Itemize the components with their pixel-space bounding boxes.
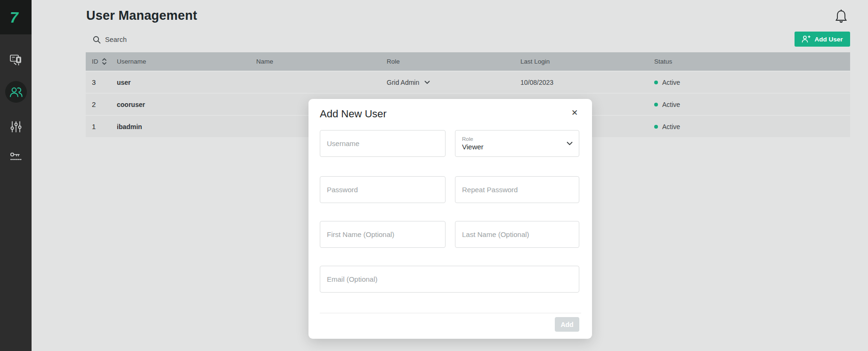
add-submit-button[interactable]: Add [555, 317, 579, 332]
cell-id: 2 [86, 100, 117, 108]
user-plus-icon [802, 35, 811, 43]
column-header-role: Role [387, 58, 520, 65]
brand-logo[interactable]: 7 [0, 0, 32, 34]
password-input[interactable] [320, 177, 445, 203]
add-user-button[interactable]: Add User [795, 32, 850, 47]
username-input[interactable] [320, 131, 445, 156]
column-header-status: Status [654, 58, 850, 65]
add-new-user-modal: Add New User ✕ Role Viewer Add [308, 99, 592, 339]
sidebar-item-settings[interactable] [0, 116, 32, 138]
status-label: Active [662, 101, 680, 108]
page-title: User Management [86, 8, 197, 23]
table-row[interactable]: 3 user Grid Admin 10/08/2023 Active [86, 72, 850, 93]
first-name-field [320, 221, 446, 248]
sort-id-button[interactable] [102, 58, 107, 65]
sliders-icon [10, 121, 22, 133]
sidebar-item-users[interactable] [0, 81, 32, 103]
svg-text:7: 7 [10, 9, 19, 26]
devices-icon [9, 54, 23, 66]
cell-id: 1 [86, 122, 117, 131]
brand-7-icon: 7 [7, 8, 25, 27]
chevron-down-icon [567, 141, 573, 146]
users-icon [9, 86, 23, 98]
last-name-input[interactable] [455, 221, 579, 247]
first-name-input[interactable] [320, 221, 445, 247]
role-value: Grid Admin [387, 79, 419, 86]
username-field [320, 130, 446, 157]
cell-username: cooruser [117, 101, 256, 108]
sidebar: 7 [0, 0, 32, 351]
last-name-field [455, 221, 579, 248]
add-user-button-label: Add User [814, 36, 843, 43]
cell-username: ibadmin [117, 123, 256, 131]
email-field [320, 266, 579, 293]
search-icon [93, 36, 101, 44]
role-dropdown[interactable]: Grid Admin [387, 79, 430, 86]
table-header-row: ID Username Name Role Last Login Status [86, 52, 850, 71]
status-label: Active [662, 79, 680, 86]
role-field-label: Role [462, 136, 572, 142]
column-header-username: Username [117, 58, 256, 65]
status-badge: Active [654, 101, 850, 108]
search-input[interactable] [105, 36, 275, 43]
status-badge: Active [654, 79, 850, 86]
status-dot-icon [654, 125, 658, 129]
role-select-field[interactable]: Role Viewer [455, 130, 579, 157]
close-icon[interactable]: ✕ [568, 106, 581, 119]
cell-username: user [117, 79, 256, 86]
sort-arrows-icon [102, 58, 107, 65]
chevron-down-icon [424, 81, 430, 84]
modal-title: Add New User [320, 108, 387, 120]
user-management-page: 7 [0, 0, 868, 351]
cell-last-login: 10/08/2023 [520, 79, 654, 86]
status-dot-icon [654, 103, 658, 106]
role-selected-value: Viewer [462, 143, 572, 151]
key-icon [10, 151, 22, 163]
repeat-password-input[interactable] [455, 177, 579, 203]
password-field [320, 176, 446, 203]
cell-id: 3 [86, 78, 117, 86]
email-input[interactable] [320, 266, 579, 292]
sidebar-item-devices[interactable] [0, 49, 32, 71]
repeat-password-field [455, 176, 579, 203]
modal-footer-divider [320, 313, 581, 313]
column-header-id: ID [86, 58, 117, 65]
notifications-bell-icon[interactable] [834, 9, 849, 25]
bell-icon [834, 9, 848, 24]
sidebar-item-licenses[interactable] [0, 146, 32, 168]
status-badge: Active [654, 123, 850, 131]
column-header-last-login: Last Login [520, 58, 654, 65]
search-bar [93, 33, 291, 46]
status-dot-icon [654, 81, 658, 84]
status-label: Active [662, 123, 680, 131]
column-header-name: Name [256, 58, 387, 65]
